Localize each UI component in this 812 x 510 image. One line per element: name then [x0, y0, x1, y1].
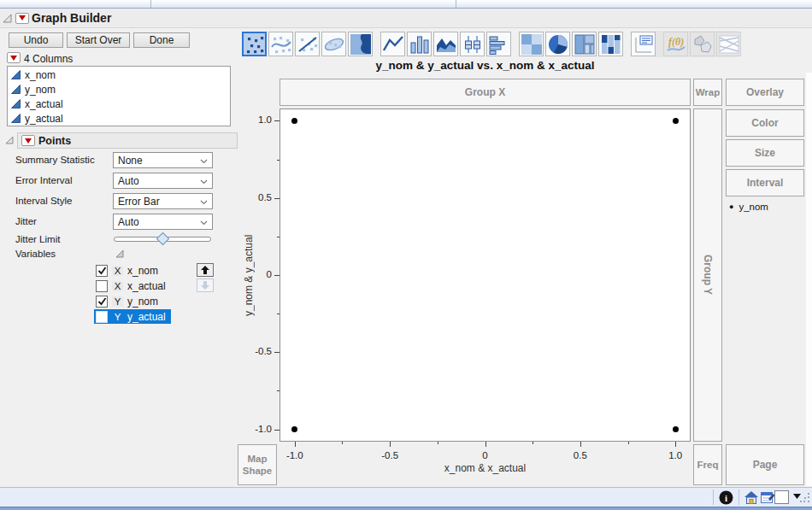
selection-color-swatch[interactable]: [774, 490, 789, 504]
variable-row-y_nom[interactable]: Yy_nom: [94, 294, 163, 308]
points-panel-header: Points: [17, 132, 238, 149]
summary-statistic-dropdown[interactable]: None: [113, 152, 213, 168]
column-list-item[interactable]: y_actual: [8, 111, 230, 126]
jitter-dropdown[interactable]: Auto: [113, 214, 213, 230]
variables-label: Variables: [15, 249, 56, 259]
contour-icon[interactable]: [348, 32, 373, 56]
variable-row-x_actual[interactable]: Xx_actual: [94, 278, 171, 293]
treemap-icon[interactable]: [572, 32, 597, 56]
x-minor-tick: [628, 442, 629, 444]
y-major-tick: [274, 430, 279, 431]
home-window-icon[interactable]: [744, 491, 758, 504]
column-list-item[interactable]: x_nom: [8, 67, 230, 82]
dropdown-value: None: [118, 155, 143, 167]
parallel-plot-icon: [716, 32, 741, 56]
x-axis-title[interactable]: x_nom & x_actual: [279, 462, 691, 474]
variable-role: Y: [112, 296, 123, 307]
mosaic-icon[interactable]: [598, 32, 623, 56]
variable-name: x_actual: [127, 280, 166, 292]
control-label: Jitter: [15, 216, 37, 226]
variable-checkbox[interactable]: [96, 296, 108, 308]
line-of-fit-icon[interactable]: [295, 32, 320, 56]
variable-role: X: [112, 281, 123, 291]
caption-box-icon[interactable]: [631, 32, 656, 56]
data-point[interactable]: [673, 426, 679, 432]
chevron-down-icon: [200, 155, 208, 167]
area-icon[interactable]: [433, 32, 458, 56]
x-tick-label: -1.0: [279, 450, 310, 460]
drop-zone-group-x[interactable]: Group X: [279, 79, 691, 106]
drop-zone-overlay[interactable]: Overlay: [726, 79, 804, 106]
continuous-column-icon: [10, 84, 21, 95]
slider-thumb[interactable]: [156, 232, 169, 246]
window-bottom-edge: [0, 507, 812, 510]
box-plot-icon[interactable]: [460, 32, 485, 56]
y-major-tick: [274, 275, 279, 276]
variable-row-y_actual[interactable]: Yy_actual: [94, 309, 171, 324]
column-list-item[interactable]: x_actual: [8, 97, 230, 111]
arrow-up-icon: [199, 264, 211, 276]
dropdown-value: Error Bar: [118, 196, 160, 208]
variable-checkbox[interactable]: [96, 311, 108, 323]
graph-builder-header: Graph Builder: [0, 9, 812, 28]
smoother-icon[interactable]: [268, 32, 293, 56]
variable-role: X: [112, 266, 123, 276]
variable-checkbox[interactable]: [96, 265, 108, 277]
drop-zone-group-y[interactable]: Group Y: [693, 108, 722, 442]
variable-checkbox[interactable]: [96, 280, 108, 292]
drop-zone-freq[interactable]: Freq: [693, 444, 722, 485]
start-over-button[interactable]: Start Over: [67, 32, 130, 48]
column-list-item[interactable]: y_nom: [8, 82, 230, 97]
line-icon[interactable]: [380, 32, 405, 56]
legend[interactable]: ● y_nom: [729, 202, 768, 212]
info-icon[interactable]: i: [719, 490, 733, 505]
drop-zone-color[interactable]: Color: [726, 109, 804, 137]
chart-title[interactable]: y_nom & y_actual vs. x_nom & x_actual: [279, 59, 691, 72]
drop-zone-map-shape[interactable]: Map Shape: [238, 444, 277, 485]
columns-list: x_nomy_nomx_actualy_actual: [7, 66, 231, 126]
interval-style-dropdown[interactable]: Error Bar: [113, 193, 213, 209]
done-button[interactable]: Done: [133, 32, 190, 48]
columns-red-triangle-button[interactable]: [7, 52, 21, 63]
column-name: y_nom: [25, 84, 56, 96]
points-red-triangle-button[interactable]: [21, 135, 35, 146]
y-major-tick: [274, 198, 279, 199]
x-major-tick: [295, 442, 296, 447]
y-axis-title[interactable]: y_nom & y_actual: [242, 108, 256, 442]
drop-zone-page[interactable]: Page: [726, 444, 804, 485]
jitter-limit-slider[interactable]: [114, 233, 211, 245]
red-triangle-menu-button[interactable]: [15, 13, 29, 24]
column-name: x_nom: [25, 69, 56, 81]
points-icon[interactable]: [242, 32, 267, 56]
move-up-button[interactable]: [197, 263, 214, 277]
drop-zone-wrap[interactable]: Wrap: [693, 79, 722, 106]
red-triangle-icon: [9, 55, 18, 62]
variable-row-x_nom[interactable]: Xx_nom: [94, 263, 163, 278]
x-tick-label: -0.5: [374, 450, 405, 460]
error-interval-dropdown[interactable]: Auto: [113, 173, 213, 189]
points-collapse-triangle-icon[interactable]: [4, 135, 15, 146]
resize-grip[interactable]: [800, 493, 810, 503]
y-minor-tick: [277, 314, 279, 314]
pie-icon[interactable]: [545, 32, 570, 56]
chevron-down-icon: [200, 175, 208, 187]
statusbar-separator: [713, 489, 714, 505]
data-point[interactable]: [673, 118, 679, 124]
collapse-triangle-icon[interactable]: [2, 13, 13, 24]
x-tick-label: 1.0: [660, 450, 691, 460]
plot-area[interactable]: [279, 108, 691, 442]
ellipse-icon[interactable]: [321, 32, 346, 56]
undo-button[interactable]: Undo: [9, 32, 63, 48]
y-minor-tick: [277, 390, 279, 391]
legend-marker-icon: ●: [729, 202, 733, 211]
drop-zone-size[interactable]: Size: [726, 139, 804, 167]
drop-zone-interval[interactable]: Interval: [726, 169, 804, 196]
variables-collapse-triangle-icon[interactable]: [115, 249, 126, 260]
arrow-down-icon: [199, 279, 211, 291]
window-title: Graph Builder: [32, 11, 111, 25]
journal-icon[interactable]: [761, 491, 775, 504]
heatmap-icon[interactable]: [519, 32, 544, 56]
window-chrome-strip: [0, 0, 812, 9]
histogram-icon[interactable]: [486, 32, 511, 56]
bar-icon[interactable]: [407, 32, 432, 56]
